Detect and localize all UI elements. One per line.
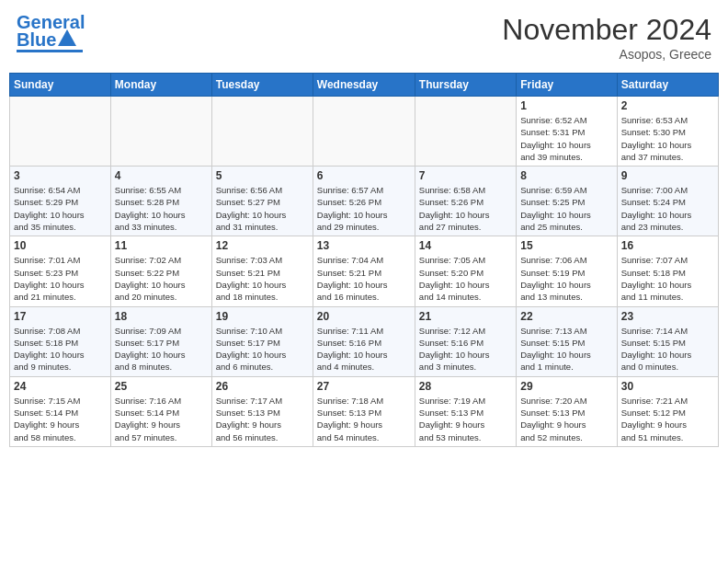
col-header-wednesday: Wednesday <box>313 74 415 97</box>
page-title: November 2024 <box>502 13 711 47</box>
page-subtitle: Asopos, Greece <box>502 47 711 62</box>
calendar-cell: 18Sunrise: 7:09 AMSunset: 5:17 PMDayligh… <box>110 306 211 376</box>
calendar-header-row: SundayMondayTuesdayWednesdayThursdayFrid… <box>10 74 719 97</box>
day-info: Sunrise: 7:12 AMSunset: 5:16 PMDaylight:… <box>419 325 512 373</box>
day-number: 19 <box>216 310 309 323</box>
calendar-table: SundayMondayTuesdayWednesdayThursdayFrid… <box>9 73 719 447</box>
day-number: 26 <box>216 380 309 393</box>
day-number: 1 <box>520 99 612 112</box>
day-number: 24 <box>14 380 107 393</box>
week-row-1: 1Sunrise: 6:52 AMSunset: 5:31 PMDaylight… <box>10 97 719 167</box>
calendar-cell: 22Sunrise: 7:13 AMSunset: 5:15 PMDayligh… <box>517 306 617 376</box>
day-number: 20 <box>317 310 411 323</box>
calendar-cell: 23Sunrise: 7:14 AMSunset: 5:15 PMDayligh… <box>617 306 718 376</box>
calendar-cell: 7Sunrise: 6:58 AMSunset: 5:26 PMDaylight… <box>415 167 516 236</box>
day-info: Sunrise: 7:06 AMSunset: 5:19 PMDaylight:… <box>520 254 612 303</box>
calendar-cell: 30Sunrise: 7:21 AMSunset: 5:12 PMDayligh… <box>617 376 718 446</box>
day-number: 23 <box>621 310 714 323</box>
day-info: Sunrise: 7:15 AMSunset: 5:14 PMDaylight:… <box>14 395 107 443</box>
day-number: 18 <box>115 310 208 323</box>
calendar-cell: 4Sunrise: 6:55 AMSunset: 5:28 PMDaylight… <box>110 167 211 236</box>
day-info: Sunrise: 7:16 AMSunset: 5:14 PMDaylight:… <box>115 395 208 443</box>
day-info: Sunrise: 7:10 AMSunset: 5:17 PMDaylight:… <box>216 325 309 373</box>
day-info: Sunrise: 6:59 AMSunset: 5:25 PMDaylight:… <box>520 184 612 233</box>
day-info: Sunrise: 7:02 AMSunset: 5:22 PMDaylight:… <box>115 254 208 303</box>
week-row-2: 3Sunrise: 6:54 AMSunset: 5:29 PMDaylight… <box>10 167 719 236</box>
week-row-4: 17Sunrise: 7:08 AMSunset: 5:18 PMDayligh… <box>10 306 719 376</box>
calendar-cell: 8Sunrise: 6:59 AMSunset: 5:25 PMDaylight… <box>517 167 617 236</box>
day-info: Sunrise: 7:00 AMSunset: 5:24 PMDaylight:… <box>621 184 714 233</box>
day-number: 5 <box>216 169 309 182</box>
day-info: Sunrise: 6:55 AMSunset: 5:28 PMDaylight:… <box>115 184 208 233</box>
day-info: Sunrise: 7:18 AMSunset: 5:13 PMDaylight:… <box>317 395 411 443</box>
day-info: Sunrise: 6:52 AMSunset: 5:31 PMDaylight:… <box>520 114 612 163</box>
col-header-tuesday: Tuesday <box>211 74 313 97</box>
day-number: 12 <box>216 239 309 252</box>
col-header-monday: Monday <box>110 74 211 97</box>
calendar-cell: 1Sunrise: 6:52 AMSunset: 5:31 PMDaylight… <box>517 97 617 167</box>
calendar-cell: 5Sunrise: 6:56 AMSunset: 5:27 PMDaylight… <box>211 167 313 236</box>
calendar-cell: 17Sunrise: 7:08 AMSunset: 5:18 PMDayligh… <box>10 306 111 376</box>
day-number: 9 <box>621 169 714 182</box>
day-number: 30 <box>621 380 714 393</box>
day-number: 28 <box>419 380 512 393</box>
calendar-cell: 14Sunrise: 7:05 AMSunset: 5:20 PMDayligh… <box>415 236 516 306</box>
calendar-cell: 24Sunrise: 7:15 AMSunset: 5:14 PMDayligh… <box>10 376 111 446</box>
calendar-cell: 15Sunrise: 7:06 AMSunset: 5:19 PMDayligh… <box>517 236 617 306</box>
week-row-5: 24Sunrise: 7:15 AMSunset: 5:14 PMDayligh… <box>10 376 719 446</box>
day-info: Sunrise: 7:09 AMSunset: 5:17 PMDaylight:… <box>115 325 208 373</box>
col-header-saturday: Saturday <box>617 74 718 97</box>
day-info: Sunrise: 7:01 AMSunset: 5:23 PMDaylight:… <box>14 254 107 303</box>
calendar-cell: 11Sunrise: 7:02 AMSunset: 5:22 PMDayligh… <box>110 236 211 306</box>
calendar-cell <box>313 97 415 167</box>
day-info: Sunrise: 6:54 AMSunset: 5:29 PMDaylight:… <box>14 184 107 233</box>
day-number: 13 <box>317 239 411 252</box>
calendar-cell: 9Sunrise: 7:00 AMSunset: 5:24 PMDaylight… <box>617 167 718 236</box>
day-number: 29 <box>520 380 612 393</box>
calendar-cell <box>415 97 516 167</box>
calendar-cell: 16Sunrise: 7:07 AMSunset: 5:18 PMDayligh… <box>617 236 718 306</box>
calendar-cell: 13Sunrise: 7:04 AMSunset: 5:21 PMDayligh… <box>313 236 415 306</box>
day-number: 22 <box>520 310 612 323</box>
day-info: Sunrise: 6:56 AMSunset: 5:27 PMDaylight:… <box>216 184 309 233</box>
day-number: 21 <box>419 310 512 323</box>
day-info: Sunrise: 6:58 AMSunset: 5:26 PMDaylight:… <box>419 184 512 233</box>
day-info: Sunrise: 7:07 AMSunset: 5:18 PMDaylight:… <box>621 254 714 303</box>
page-header: General Blue November 2024 Asopos, Greec… <box>9 9 719 65</box>
calendar-cell: 29Sunrise: 7:20 AMSunset: 5:13 PMDayligh… <box>517 376 617 446</box>
calendar-cell: 25Sunrise: 7:16 AMSunset: 5:14 PMDayligh… <box>110 376 211 446</box>
day-number: 3 <box>14 169 107 182</box>
day-info: Sunrise: 7:20 AMSunset: 5:13 PMDaylight:… <box>520 395 612 443</box>
day-info: Sunrise: 7:17 AMSunset: 5:13 PMDaylight:… <box>216 395 309 443</box>
day-info: Sunrise: 7:08 AMSunset: 5:18 PMDaylight:… <box>14 325 107 373</box>
day-number: 2 <box>621 99 714 112</box>
day-info: Sunrise: 7:04 AMSunset: 5:21 PMDaylight:… <box>317 254 411 303</box>
logo-icon <box>58 29 76 46</box>
day-info: Sunrise: 7:11 AMSunset: 5:16 PMDaylight:… <box>317 325 411 373</box>
day-number: 15 <box>520 239 612 252</box>
day-number: 7 <box>419 169 512 182</box>
day-number: 10 <box>14 239 107 252</box>
day-info: Sunrise: 6:53 AMSunset: 5:30 PMDaylight:… <box>621 114 714 163</box>
calendar-cell: 6Sunrise: 6:57 AMSunset: 5:26 PMDaylight… <box>313 167 415 236</box>
day-number: 14 <box>419 239 512 252</box>
calendar-cell: 21Sunrise: 7:12 AMSunset: 5:16 PMDayligh… <box>415 306 516 376</box>
day-number: 16 <box>621 239 714 252</box>
day-number: 6 <box>317 169 411 182</box>
day-info: Sunrise: 7:21 AMSunset: 5:12 PMDaylight:… <box>621 395 714 443</box>
day-info: Sunrise: 7:13 AMSunset: 5:15 PMDaylight:… <box>520 325 612 373</box>
day-number: 8 <box>520 169 612 182</box>
logo-text2: Blue <box>17 30 56 49</box>
calendar-cell: 12Sunrise: 7:03 AMSunset: 5:21 PMDayligh… <box>211 236 313 306</box>
day-info: Sunrise: 7:03 AMSunset: 5:21 PMDaylight:… <box>216 254 309 303</box>
col-header-friday: Friday <box>517 74 617 97</box>
col-header-thursday: Thursday <box>415 74 516 97</box>
calendar-cell: 2Sunrise: 6:53 AMSunset: 5:30 PMDaylight… <box>617 97 718 167</box>
calendar-cell <box>211 97 313 167</box>
calendar-cell: 3Sunrise: 6:54 AMSunset: 5:29 PMDaylight… <box>10 167 111 236</box>
calendar-cell: 27Sunrise: 7:18 AMSunset: 5:13 PMDayligh… <box>313 376 415 446</box>
day-number: 25 <box>115 380 208 393</box>
calendar-cell: 26Sunrise: 7:17 AMSunset: 5:13 PMDayligh… <box>211 376 313 446</box>
logo: General Blue <box>17 13 85 52</box>
day-info: Sunrise: 7:05 AMSunset: 5:20 PMDaylight:… <box>419 254 512 303</box>
